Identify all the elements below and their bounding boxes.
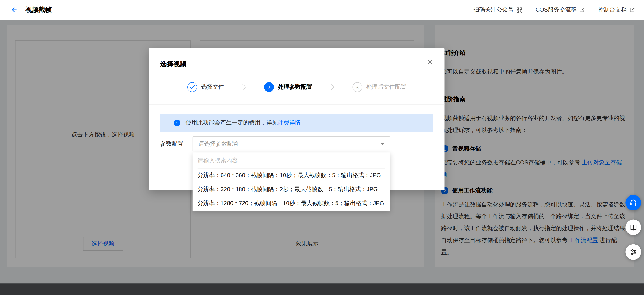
- back-button[interactable]: [9, 5, 19, 15]
- chevron-right-icon: [330, 84, 334, 90]
- billing-notice-text: 使用此功能会产生一定的费用，详见计费详情: [186, 119, 301, 127]
- wizard-steps: 选择文件 2 处理参数配置 3 处理后文件配置: [149, 82, 444, 92]
- step-1-circle: [187, 82, 197, 92]
- step-1-label: 选择文件: [201, 83, 224, 91]
- floating-toolbar: [626, 195, 641, 260]
- qrcode-icon: [516, 7, 522, 13]
- billing-notice-body: 使用此功能会产生一定的费用，详见: [186, 119, 278, 126]
- dropdown-search-input[interactable]: [198, 157, 385, 164]
- param-config-label: 参数配置: [160, 140, 193, 148]
- info-icon: i: [174, 120, 180, 126]
- follow-account-link[interactable]: 扫码关注公众号: [474, 6, 522, 14]
- docs-button[interactable]: [626, 220, 641, 235]
- check-icon: [190, 85, 194, 89]
- step-select-file: 选择文件: [187, 82, 224, 92]
- select-video-modal: 选择视频 ✕ 选择文件 2 处理参数配置 3 处理后文件配置 i 使用此: [149, 48, 444, 190]
- book-icon: [629, 223, 638, 232]
- select-placeholder-text: 请选择参数配置: [198, 140, 239, 148]
- billing-details-link[interactable]: 计费详情: [278, 119, 301, 126]
- follow-account-label: 扫码关注公众号: [474, 6, 514, 14]
- billing-notice: i 使用此功能会产生一定的费用，详见计费详情: [160, 114, 433, 132]
- dropdown-option-2[interactable]: 分辨率：320 * 180；截帧间隔：2秒；最大截帧数：5；输出格式：JPG: [193, 182, 390, 197]
- step-process-params: 2 处理参数配置: [264, 82, 312, 92]
- step-3-circle: 3: [352, 82, 362, 92]
- param-config-row: 参数配置 请选择参数配置: [160, 136, 390, 151]
- param-config-dropdown: 分辨率：640 * 360；截帧间隔：10秒；最大截帧数：5；输出格式：JPG …: [193, 152, 390, 211]
- cos-group-link[interactable]: COS服务交流群: [535, 6, 585, 14]
- sliders-icon: [629, 247, 638, 256]
- page-title: 视频截帧: [26, 6, 52, 14]
- step-2-label: 处理参数配置: [278, 83, 312, 91]
- modal-title: 选择视频: [160, 60, 186, 69]
- console-docs-label: 控制台文档: [598, 6, 627, 14]
- headset-icon: [629, 198, 638, 207]
- topbar: 视频截帧 扫码关注公众号 COS服务交流群 控制台文档: [0, 0, 644, 20]
- modal-divider: [149, 104, 444, 105]
- chevron-down-icon: [380, 143, 385, 145]
- external-link-icon: [629, 7, 635, 13]
- dropdown-search: [198, 152, 385, 168]
- console-docs-link[interactable]: 控制台文档: [598, 6, 635, 14]
- cos-group-label: COS服务交流群: [535, 6, 577, 14]
- arrow-left-icon: [10, 6, 18, 14]
- settings-button[interactable]: [626, 244, 641, 260]
- app-stage: 点击下方按钮，选择视频 选择视频 效果展示 功能介绍 您可以自定义截取视频中的任…: [0, 0, 644, 295]
- step-output-config: 3 处理后文件配置: [352, 82, 406, 92]
- step-3-label: 处理后文件配置: [366, 83, 406, 91]
- customer-service-button[interactable]: [626, 195, 641, 211]
- param-config-select[interactable]: 请选择参数配置: [193, 136, 390, 151]
- step-2-circle: 2: [264, 82, 274, 92]
- dropdown-option-1[interactable]: 分辨率：640 * 360；截帧间隔：10秒；最大截帧数：5；输出格式：JPG: [193, 169, 390, 183]
- close-icon[interactable]: ✕: [427, 59, 433, 66]
- chevron-right-icon: [242, 84, 246, 90]
- topbar-links: 扫码关注公众号 COS服务交流群 控制台文档: [474, 6, 635, 14]
- external-link-icon: [579, 7, 585, 13]
- dropdown-option-3[interactable]: 分辨率：1280 * 720；截帧间隔：10秒；最大截帧数：5；输出格式：JPG: [193, 197, 390, 211]
